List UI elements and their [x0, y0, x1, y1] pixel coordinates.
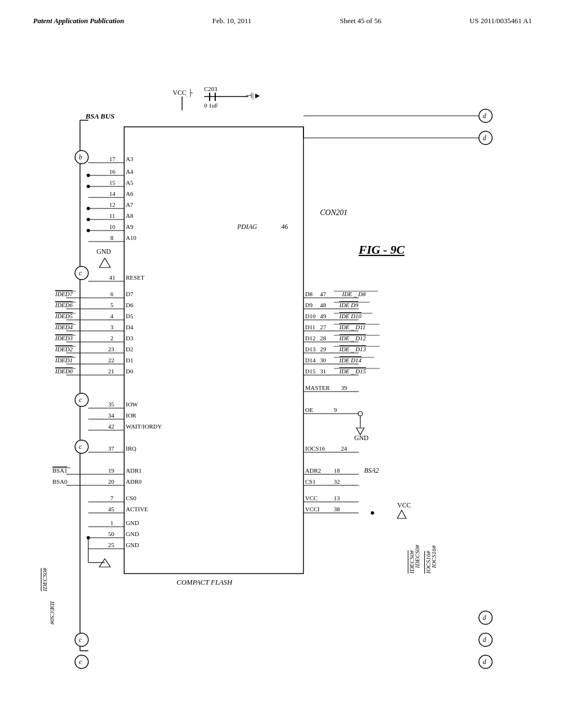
- d3-label: d: [483, 614, 487, 622]
- pin18-num: 18: [334, 467, 340, 474]
- pin-d8-right: D8: [305, 291, 313, 297]
- iocs16-vert-right: IOCS16#: [430, 545, 437, 569]
- ided4-label: IDED4: [55, 324, 73, 330]
- c1-label: c: [79, 269, 82, 277]
- pin-d9-right: D9: [305, 302, 313, 308]
- gnd-label-right: GND: [354, 434, 369, 442]
- c3-label: c: [79, 443, 82, 451]
- idecs0-left-label: IDECS0#: [41, 568, 48, 592]
- pin38-num: 38: [334, 506, 340, 512]
- dot-a9: [87, 229, 90, 232]
- sheet-label: Sheet 45 of 56: [340, 17, 381, 25]
- pin-d5: D5: [126, 313, 134, 319]
- pin2-num: 2: [110, 335, 114, 341]
- c4-label: c: [79, 636, 82, 644]
- pin-vcc13: VCC: [305, 495, 318, 501]
- compact-flash-label: COMPACT FLASH: [177, 578, 233, 586]
- b-label-top: b: [79, 153, 82, 161]
- capacitor-value: 0 1uF: [204, 102, 218, 109]
- con201-label: CON201: [320, 208, 348, 217]
- pin-ior: IOR: [126, 412, 137, 419]
- pin-a7: A7: [126, 201, 134, 208]
- pin15-num: 15: [109, 179, 116, 186]
- pin-oe: OE: [305, 406, 313, 413]
- pin9-num: 9: [334, 406, 337, 413]
- vcc-top-label: VCC ├: [173, 89, 193, 97]
- dot-vcci: [371, 511, 374, 515]
- ide-d14-label: IDE D14: [339, 357, 362, 363]
- pin-adr0: ADR0: [126, 478, 142, 485]
- date-label: Feb. 10, 2011: [212, 17, 252, 25]
- d2-label: d: [483, 134, 487, 142]
- pin29-num: 29: [320, 346, 327, 352]
- ided7-label: IDED7: [55, 291, 73, 297]
- ide-d10-label: IDE D10: [339, 313, 362, 319]
- pin28-num: 28: [320, 335, 327, 341]
- pin-vcci: VCCI: [305, 506, 320, 512]
- bsa-bus-label: BSA BUS: [85, 112, 114, 120]
- ided3-label: IDED3: [55, 335, 73, 341]
- pin-wait: WAIT/IORDY: [126, 423, 162, 430]
- pin49-num: 49: [320, 313, 327, 319]
- page: Patent Application Publication Feb. 10, …: [0, 0, 565, 728]
- ide-d8-label: IDE _ D8: [342, 291, 366, 297]
- publication-label: Patent Application Publication: [33, 17, 124, 25]
- pin-reset: RESET: [126, 274, 145, 281]
- pin-a4: A4: [126, 168, 134, 175]
- pin27-num: 27: [320, 324, 327, 330]
- pin-adr2: ADR2: [305, 467, 321, 474]
- dot-a7: [87, 207, 90, 210]
- pin25-num: 25: [108, 542, 115, 548]
- pin34-num: 34: [108, 412, 115, 419]
- c2-label: c: [79, 396, 82, 404]
- pin-irq: IRQ: [126, 445, 136, 452]
- pin4-num: 4: [110, 313, 114, 319]
- d1-label: d: [483, 112, 487, 120]
- dot-a4: [87, 174, 90, 177]
- ide-d15-label: IDE _ D15: [339, 368, 366, 374]
- pin14-num: 14: [109, 190, 116, 197]
- pin19-num: 19: [108, 467, 115, 474]
- pin-a9: A9: [126, 223, 134, 230]
- ide-d13-label: IDE _ D13: [339, 346, 366, 352]
- pin-a8: A8: [126, 212, 134, 219]
- pin-d0: D0: [126, 368, 134, 374]
- d5-label: d: [483, 658, 487, 666]
- pin42-num: 42: [108, 423, 114, 430]
- pin-d4: D4: [126, 324, 134, 330]
- pin3-num: 3: [110, 324, 114, 330]
- ided0-label: IDED0: [55, 368, 73, 374]
- pin-gnd25: GND: [126, 542, 139, 548]
- ided1-label: IDED1: [55, 357, 73, 363]
- pin-a5: A5: [126, 179, 134, 186]
- pin50-num: 50: [108, 531, 115, 537]
- pin23-num: 23: [108, 346, 115, 352]
- pin11-num: 11: [109, 212, 115, 219]
- pin16-num: 16: [109, 168, 116, 175]
- pdiag-label: PDIAG: [237, 223, 257, 231]
- idecs0-vert-right: IDECS0#: [414, 544, 420, 569]
- bsa2-label: BSA2: [364, 467, 379, 474]
- gnd-triangle-left: [99, 258, 110, 267]
- pin-d2: D2: [126, 346, 133, 352]
- pin-d3: D3: [126, 335, 134, 341]
- dot-a8: [87, 218, 90, 221]
- pin45-num: 45: [108, 506, 115, 512]
- pin-d15-right: D15: [305, 368, 316, 374]
- pin12-num: 12: [109, 201, 115, 208]
- patent-number: US 2011/0035461 A1: [470, 17, 532, 25]
- ided2-label: IDED2: [55, 346, 73, 352]
- pin24-num: 24: [341, 445, 348, 452]
- oe-circle: [358, 411, 363, 416]
- d4-label: d: [483, 636, 487, 644]
- ide-d9-label: IDE D9: [339, 302, 359, 308]
- page-header: Patent Application Publication Feb. 10, …: [0, 0, 565, 31]
- pin10-num: 10: [109, 223, 116, 230]
- pin6-num: 6: [110, 291, 114, 297]
- pin37-num: 37: [108, 445, 115, 452]
- pin-cs0: CS0: [126, 495, 136, 501]
- ided6-label: IDED6: [55, 302, 73, 308]
- pin20-num: 20: [108, 478, 115, 485]
- pin-d14-right: D14: [305, 357, 316, 363]
- pin5-num: 5: [110, 302, 114, 308]
